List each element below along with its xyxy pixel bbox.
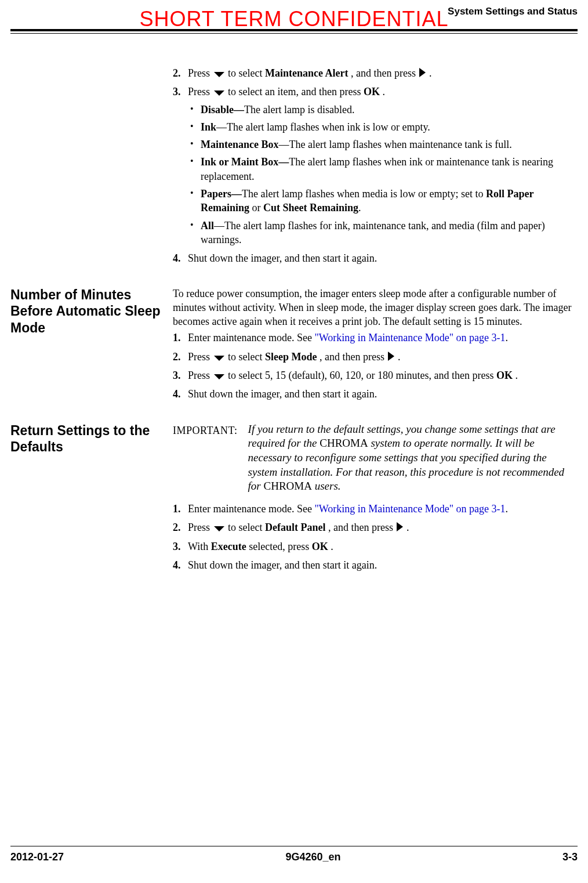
list-item: 1. Enter maintenance mode. See "Working … <box>173 331 578 345</box>
bullet-bold: Papers— <box>201 188 242 200</box>
step-text: Press <box>188 67 213 79</box>
down-arrow-icon <box>213 373 226 380</box>
step-text: Shut down the imager, and then start it … <box>188 252 377 264</box>
important-note: IMPORTANT: If you return to the default … <box>173 422 578 494</box>
bullet-text: The alert lamp flashes when media is low… <box>242 188 486 200</box>
note-text: users. <box>312 480 341 492</box>
step-text: to select <box>228 522 265 533</box>
bullet-text: —The alert lamp flashes when maintenance… <box>279 139 512 150</box>
step-text: , and then press <box>328 522 395 533</box>
bullet-text: or <box>249 202 263 213</box>
step-number: 3. <box>173 85 181 99</box>
section-heading: Return Settings to the Defaults <box>10 422 173 456</box>
important-label: IMPORTANT: <box>173 422 238 437</box>
step-bold: Default Panel <box>265 522 325 533</box>
bullet-bold: Maintenance Box <box>201 139 279 150</box>
down-arrow-icon <box>213 71 226 78</box>
step-text: . <box>515 370 518 381</box>
step-number: 3. <box>173 368 181 382</box>
step-number: 2. <box>173 66 181 80</box>
down-arrow-icon <box>213 89 226 96</box>
list-item: Ink or Maint Box—The alert lamp flashes … <box>188 155 578 183</box>
bullet-bold: Disable— <box>201 104 244 115</box>
step-text: With <box>188 541 211 552</box>
svg-marker-3 <box>214 356 224 361</box>
list-item: 2. Press to select Default Panel , and t… <box>173 520 578 534</box>
bullet-bold: Cut Sheet Remaining <box>263 202 358 213</box>
step-number: 3. <box>173 540 181 553</box>
step-text: . <box>506 503 509 515</box>
step-text: , and then press <box>320 351 387 363</box>
list-item: 3. With Execute selected, press OK . <box>173 540 578 553</box>
bullet-text: —The alert lamp flashes for ink, mainten… <box>201 220 545 245</box>
svg-marker-2 <box>214 91 224 96</box>
step-text: selected, press <box>249 541 311 552</box>
down-arrow-icon <box>213 525 226 532</box>
step-bold: Execute <box>211 541 246 552</box>
step-number: 1. <box>173 331 181 345</box>
step-text: , and then press <box>351 67 418 79</box>
list-item: All—The alert lamp flashes for ink, main… <box>188 219 578 247</box>
cross-ref-link[interactable]: "Working in Maintenance Mode" on page 3-… <box>314 332 505 343</box>
svg-marker-5 <box>214 374 224 379</box>
step-text: Enter maintenance mode. See <box>188 332 314 343</box>
important-body: If you return to the default settings, y… <box>248 422 578 494</box>
svg-marker-0 <box>214 72 224 77</box>
note-smallcaps: CHROMA <box>264 480 312 492</box>
right-arrow-icon <box>387 351 395 361</box>
cross-ref-link[interactable]: "Working in Maintenance Mode" on page 3-… <box>314 503 505 515</box>
footer-page: 3-3 <box>562 851 578 863</box>
svg-marker-7 <box>397 522 403 531</box>
list-item: Ink—The alert lamp flashes when ink is l… <box>188 120 578 134</box>
step-number: 2. <box>173 520 181 534</box>
list-item: Papers—The alert lamp flashes when media… <box>188 187 578 215</box>
step-text: . <box>398 351 401 363</box>
list-item: 2. Press to select Maintenance Alert , a… <box>173 66 578 80</box>
right-arrow-icon <box>395 522 404 532</box>
list-item: 4. Shut down the imager, and then start … <box>173 251 578 265</box>
bullet-bold: Ink <box>201 121 216 133</box>
list-item: 1. Enter maintenance mode. See "Working … <box>173 502 578 516</box>
list-item: 3. Press to select an item, and then pre… <box>173 85 578 247</box>
step-text: . <box>506 332 509 343</box>
step-bold: OK <box>364 86 380 97</box>
step-text: Enter maintenance mode. See <box>188 503 314 515</box>
paragraph: To reduce power consumption, the imager … <box>173 287 578 329</box>
bullet-bold: All <box>201 220 214 231</box>
step-text: Shut down the imager, and then start it … <box>188 559 377 571</box>
step-text: . <box>382 86 385 97</box>
step-text: . <box>406 522 409 533</box>
footer-date: 2012-01-27 <box>10 851 64 863</box>
list-item: 4. Shut down the imager, and then start … <box>173 387 578 401</box>
bullet-text: . <box>358 202 361 213</box>
confidential-stamp: SHORT TERM CONFIDENTIAL <box>0 7 588 31</box>
step-text: to select <box>228 351 265 363</box>
down-arrow-icon <box>213 354 226 361</box>
step-text: to select an item, and then press <box>228 86 364 97</box>
step-number: 1. <box>173 502 181 516</box>
step-text: to select <box>228 67 265 79</box>
list-item: 4. Shut down the imager, and then start … <box>173 558 578 572</box>
footer-docid: 9G4260_en <box>285 851 340 863</box>
step-text: Press <box>188 522 213 533</box>
step-number: 4. <box>173 558 181 572</box>
step-bold: Sleep Mode <box>265 351 317 363</box>
svg-marker-1 <box>419 68 426 77</box>
step-text: to select 5, 15 (default), 60, 120, or 1… <box>228 370 496 381</box>
step-text: Shut down the imager, and then start it … <box>188 388 377 400</box>
list-item: 2. Press to select Sleep Mode , and then… <box>173 350 578 364</box>
step-number: 2. <box>173 350 181 364</box>
step-text: Press <box>188 351 213 363</box>
bullet-bold: Ink or Maint Box— <box>201 156 289 168</box>
svg-marker-4 <box>388 352 394 361</box>
step-number: 4. <box>173 387 181 401</box>
section-heading: Number of Minutes Before Automatic Sleep… <box>10 287 173 336</box>
step-text: Press <box>188 370 213 381</box>
step-text: . <box>429 67 432 79</box>
list-item: 3. Press to select 5, 15 (default), 60, … <box>173 368 578 382</box>
right-arrow-icon <box>418 67 426 78</box>
step-bold: Maintenance Alert <box>265 67 348 79</box>
list-item: Maintenance Box—The alert lamp flashes w… <box>188 137 578 151</box>
step-bold: OK <box>496 370 513 381</box>
step-bold: OK <box>312 541 328 552</box>
